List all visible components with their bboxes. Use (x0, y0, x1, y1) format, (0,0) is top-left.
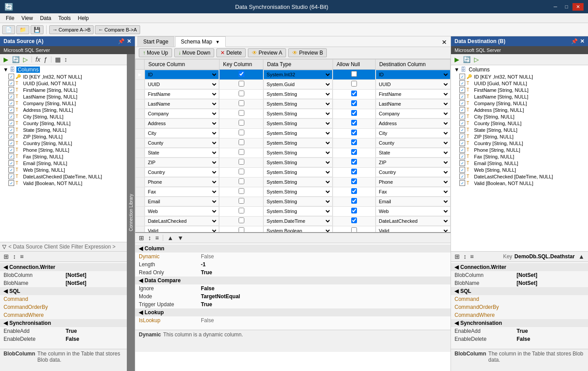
left-props-sort-btn[interactable]: ↕ (12, 253, 17, 260)
left-tree-checkbox[interactable] (8, 174, 14, 179)
left-tree-item[interactable]: TWeb [String, NULL] (8, 166, 126, 173)
data-type-select[interactable]: System.String (265, 159, 331, 166)
right-tree-checkbox[interactable] (459, 180, 465, 186)
data-type-select[interactable]: System.String (265, 101, 331, 107)
table-row[interactable]: StateSystem.StringState (136, 148, 451, 158)
data-type-select[interactable]: System.String (265, 111, 331, 117)
left-props-grid-btn[interactable]: ⊞ (2, 253, 10, 260)
allow-null-checkbox[interactable] (351, 208, 357, 213)
left-tree-checkbox[interactable] (8, 114, 14, 119)
source-column-select[interactable]: County (146, 140, 218, 146)
move-up-button[interactable]: ↑ Move Up (139, 48, 172, 57)
right-tree-checkbox[interactable] (459, 167, 465, 173)
left-sort-button[interactable]: ↕ (63, 55, 69, 63)
table-row[interactable]: UUIDSystem.GuidUUID (136, 79, 451, 89)
right-tree-checkbox[interactable] (459, 134, 465, 139)
left-tree-checkbox[interactable] (8, 94, 14, 99)
key-checkbox[interactable] (239, 110, 244, 116)
center-props-sort-btn[interactable]: ↕ (147, 234, 153, 242)
tab-panel-close[interactable]: ✕ (438, 38, 451, 47)
left-tree-item[interactable]: TFax [String, NULL] (8, 153, 126, 160)
table-row[interactable]: WebSystem.StringWeb (136, 206, 451, 216)
right-props-cat-btn[interactable]: ≡ (469, 253, 475, 260)
left-tree-checkbox[interactable] (8, 127, 14, 133)
left-props-cat-btn[interactable]: ≡ (19, 253, 25, 260)
right-tree-checkbox[interactable] (459, 74, 465, 79)
allow-null-checkbox[interactable] (351, 159, 357, 165)
dest-column-select[interactable]: DateLastChecked (377, 218, 449, 224)
right-tree-checkbox[interactable] (459, 127, 465, 133)
left-tree-checkbox[interactable] (8, 167, 14, 173)
key-checkbox[interactable] (239, 159, 244, 165)
right-tree-checkbox[interactable] (459, 94, 465, 99)
tab-schema-map[interactable]: Schema Map ▼ (175, 36, 226, 47)
left-tree-checkbox[interactable] (8, 160, 14, 166)
save-button[interactable]: 💾 (31, 25, 43, 34)
allow-null-checkbox[interactable] (351, 139, 357, 145)
dest-column-select[interactable]: Valid (377, 228, 449, 232)
left-tree-item[interactable]: TCity [String, NULL] (8, 113, 126, 120)
dest-column-select[interactable]: City (377, 130, 449, 136)
dest-column-select[interactable]: ZIP (377, 159, 449, 166)
left-run-button[interactable]: ▶ (2, 55, 10, 63)
left-tree-root[interactable]: ▼ 🗄 Columns (1, 66, 126, 73)
key-checkbox[interactable] (239, 149, 244, 155)
left-tree-item[interactable]: TPhone [String, NULL] (8, 146, 126, 153)
right-tree-item[interactable]: TWeb [String, NULL] (459, 166, 587, 173)
prop-section-header[interactable]: ◀ Connection.Writer (0, 263, 127, 271)
source-column-select[interactable]: Email (146, 198, 218, 205)
close-button[interactable]: ✕ (572, 3, 584, 11)
source-column-select[interactable]: State (146, 150, 218, 156)
right-tree-checkbox[interactable] (459, 174, 465, 179)
filter-text[interactable]: < Data Source Client Side Filter Express… (8, 244, 125, 250)
right-tree-item[interactable]: TFax [String, NULL] (459, 153, 587, 160)
dest-column-select[interactable]: Company (377, 111, 449, 117)
open-button[interactable]: 📁 (16, 25, 29, 34)
right-tree-item[interactable]: TCompany [String, NULL] (459, 100, 587, 107)
table-row[interactable]: CountySystem.StringCounty (136, 138, 451, 148)
left-tree-item[interactable]: TEmail [String, NULL] (8, 160, 126, 166)
minimize-button[interactable]: ─ (550, 3, 561, 11)
maximize-button[interactable]: □ (561, 3, 572, 11)
allow-null-checkbox[interactable] (351, 91, 357, 96)
data-type-select[interactable]: System.DateTime (265, 218, 331, 224)
table-row[interactable]: ZIPSystem.StringZIP (136, 158, 451, 167)
connection-library-tab[interactable]: Connection Library (127, 54, 135, 371)
allow-null-checkbox[interactable] (351, 149, 357, 155)
right-tree-checkbox[interactable] (459, 114, 465, 119)
center-props-grid-btn[interactable]: ⊞ (137, 234, 145, 242)
data-type-select[interactable]: System.String (265, 91, 331, 97)
prop-section-header[interactable]: ◀ Column (135, 245, 451, 253)
right-run-button[interactable]: ▶ (453, 55, 461, 63)
table-row[interactable]: LastNameSystem.StringLastName (136, 99, 451, 109)
data-type-select[interactable]: System.String (265, 208, 331, 214)
allow-null-checkbox[interactable] (351, 188, 357, 194)
table-row[interactable]: ValidSystem.BooleanValid (136, 226, 451, 232)
source-column-select[interactable]: ID (146, 71, 218, 78)
right-tree-item[interactable]: TState [String, NULL] (459, 126, 587, 133)
key-checkbox[interactable] (239, 130, 244, 135)
right-tree-checkbox[interactable] (459, 107, 465, 113)
key-checkbox[interactable] (239, 120, 244, 126)
menu-file[interactable]: File (2, 14, 18, 22)
right-tree-item[interactable]: TAddress [String, NULL] (459, 107, 587, 113)
allow-null-checkbox[interactable] (351, 100, 357, 106)
delete-button[interactable]: ✕ Delete (216, 48, 246, 57)
dest-column-select[interactable]: Fax (377, 189, 449, 195)
right-tree-item[interactable]: TDateLastChecked [DateTime, NULL] (459, 173, 587, 180)
table-row[interactable]: FaxSystem.StringFax (136, 187, 451, 197)
left-tree-checkbox[interactable] (8, 74, 14, 79)
left-col-button[interactable]: ▦ (54, 55, 62, 63)
data-type-select[interactable]: System.Boolean (265, 228, 331, 232)
right-panel-pin-icon[interactable]: 📌 (571, 38, 578, 44)
left-tree-item[interactable]: TAddress [String, NULL] (8, 107, 126, 113)
data-type-select[interactable]: System.String (265, 130, 331, 136)
right-tree-checkbox[interactable] (459, 140, 465, 146)
allow-null-checkbox[interactable] (351, 120, 357, 126)
key-checkbox[interactable] (239, 81, 244, 87)
dest-column-select[interactable]: LastName (377, 101, 449, 107)
data-type-select[interactable]: System.String (265, 120, 331, 126)
right-tree-checkbox[interactable] (459, 80, 465, 86)
source-column-select[interactable]: LastName (146, 101, 218, 107)
preview-a-button[interactable]: 👁 Preview A (248, 48, 286, 57)
